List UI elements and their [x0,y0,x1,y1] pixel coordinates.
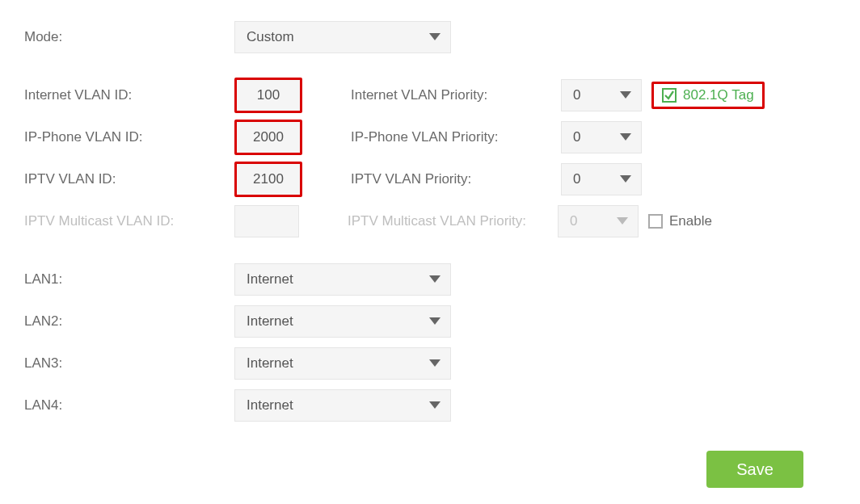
save-button[interactable]: Save [706,451,803,488]
svg-marker-5 [429,275,441,283]
svg-marker-3 [620,175,631,183]
lan4-select[interactable]: Internet [234,389,451,422]
svg-marker-7 [429,359,441,367]
iptv-vlan-priority-select[interactable]: 0 [561,163,642,195]
internet-vlan-id-value: 100 [257,87,280,103]
8021q-tag-group[interactable]: 802.1Q Tag [651,82,765,109]
chevron-down-icon [429,29,441,45]
internet-vlan-priority-label: Internet VLAN Priority: [351,87,561,103]
chevron-down-icon [429,271,441,288]
iptv-mc-enable-group[interactable]: Enable [648,213,712,229]
chevron-down-icon [620,171,631,187]
iptv-mc-vlan-priority-value: 0 [570,213,577,229]
svg-marker-8 [429,401,441,409]
mode-select-value: Custom [247,29,294,45]
svg-marker-1 [620,91,631,99]
svg-marker-0 [429,33,441,40]
ipphone-vlan-id-label: IP-Phone VLAN ID: [24,129,234,145]
iptv-vlan-priority-label: IPTV VLAN Priority: [351,171,561,187]
chevron-down-icon [429,355,441,372]
lan4-select-value: Internet [247,397,293,414]
lan1-select-value: Internet [247,271,293,288]
iptv-mc-vlan-priority-label: IPTV Multicast VLAN Priority: [348,213,558,229]
svg-marker-4 [617,217,628,225]
lan1-select[interactable]: Internet [234,263,451,296]
lan1-label: LAN1: [24,271,234,288]
ipphone-vlan-priority-select[interactable]: 0 [561,121,642,153]
svg-marker-6 [429,317,441,325]
iptv-vlan-id-label: IPTV VLAN ID: [24,171,234,187]
internet-vlan-priority-value: 0 [573,87,580,103]
8021q-tag-checkbox[interactable] [662,88,677,103]
ipphone-vlan-priority-label: IP-Phone VLAN Priority: [351,129,561,145]
lan3-label: LAN3: [24,355,234,372]
chevron-down-icon [620,87,631,103]
8021q-tag-label: 802.1Q Tag [683,87,754,103]
iptv-vlan-id-value: 2100 [253,171,284,187]
svg-marker-2 [620,133,631,141]
chevron-down-icon [620,129,631,145]
iptv-mc-vlan-priority-select: 0 [558,205,639,237]
ipphone-vlan-id-value: 2000 [253,129,284,145]
internet-vlan-id-input[interactable]: 100 [234,78,302,113]
internet-vlan-id-label: Internet VLAN ID: [24,87,234,103]
lan4-label: LAN4: [24,397,234,414]
iptv-mc-vlan-id-label: IPTV Multicast VLAN ID: [24,213,234,229]
iptv-vlan-priority-value: 0 [573,171,580,187]
lan2-select-value: Internet [247,313,293,330]
lan2-select[interactable]: Internet [234,305,451,338]
iptv-mc-enable-label: Enable [669,213,712,229]
ipphone-vlan-id-input[interactable]: 2000 [234,120,302,155]
mode-select[interactable]: Custom [234,21,451,53]
internet-vlan-priority-select[interactable]: 0 [561,79,642,111]
iptv-vlan-id-input[interactable]: 2100 [234,162,302,197]
chevron-down-icon [429,313,441,330]
lan3-select[interactable]: Internet [234,347,451,380]
mode-label: Mode: [24,29,234,45]
iptv-mc-vlan-id-input [234,205,299,237]
chevron-down-icon [429,397,441,414]
chevron-down-icon [617,213,628,229]
iptv-mc-enable-checkbox[interactable] [648,214,663,229]
lan2-label: LAN2: [24,313,234,330]
lan3-select-value: Internet [247,355,293,372]
ipphone-vlan-priority-value: 0 [573,129,580,145]
